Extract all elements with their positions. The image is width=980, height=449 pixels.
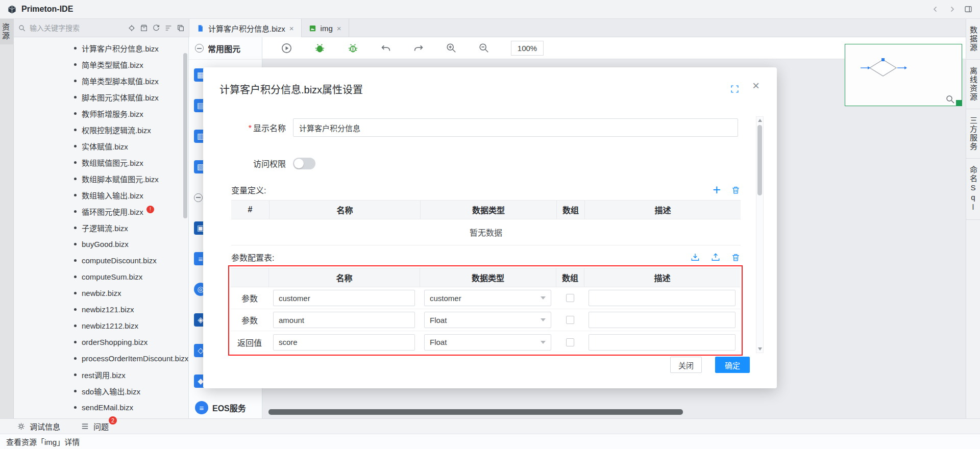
params-section-label: 参数配置表: [231,251,274,263]
delete-param-icon[interactable] [731,253,741,262]
maximize-icon[interactable] [730,85,739,93]
tree-item[interactable]: newbiz1212.bizx [14,317,188,334]
debug-info-tab[interactable]: 调试信息 [17,421,60,432]
dialog-close-icon[interactable]: × [752,80,760,92]
run-icon[interactable] [281,42,292,54]
tree-item[interactable]: sdo输入输出.bizx [14,383,188,399]
titlebar-actions [931,5,973,14]
tab-close-icon[interactable]: × [289,24,294,32]
param-type-select[interactable]: Float [424,334,551,351]
left-rail: 资源 [0,19,14,418]
tree-item[interactable]: 子逻辑流.bizx [14,219,188,236]
rail-tab-named-sql[interactable]: 命名Sql [966,159,980,220]
scroll-up-icon[interactable] [756,117,763,124]
close-button[interactable]: 关闭 [670,357,702,373]
tree-item[interactable]: computeSum.bizx [14,268,188,285]
tree-item[interactable]: 简单类型脚本赋值.bizx [14,72,188,89]
tree-scrollbar[interactable] [183,53,187,405]
tree-item[interactable]: 计算客户积分信息.bizx [14,40,188,56]
export-params-icon[interactable] [710,252,721,262]
locate-icon[interactable] [128,24,136,32]
rail-tab-datasource[interactable]: 数据源 [966,19,980,60]
tree-item[interactable]: processOrderItemDiscount.bizx [14,350,188,366]
param-array-checkbox[interactable] [566,338,574,346]
search-input[interactable] [30,24,122,32]
tree-item[interactable]: rest调用.bizx [14,366,188,383]
zoom-out-icon[interactable] [478,42,489,54]
img-file-icon [309,24,316,32]
titlebar: Primeton-IDE [0,0,980,19]
param-row: 返回值 Float [231,331,740,353]
tree-item[interactable]: 教师新增服务.bizx [14,105,188,121]
param-name-input[interactable] [273,312,415,328]
tree-item[interactable]: 数组赋值图元.bizx [14,154,188,170]
minimap-resize-handle[interactable] [956,100,962,106]
minimap[interactable] [845,44,962,106]
collapse-icon[interactable] [194,193,203,202]
nav-back-icon[interactable] [931,5,940,14]
param-name-input[interactable] [273,334,415,351]
tree-item[interactable]: 循环图元使用.bizx! [14,203,188,219]
problems-tab[interactable]: 问题 2 [81,421,109,432]
scrollbar-thumb[interactable] [757,125,762,195]
tree-item[interactable]: newbiz121.bizx [14,301,188,317]
tab-bizx-editor[interactable]: 计算客户积分信息.bizx × [189,19,302,37]
redo-icon[interactable] [413,42,424,54]
tree-item[interactable]: 实体赋值.bizx [14,138,188,154]
zoom-level[interactable]: 100% [511,41,544,56]
tab-img[interactable]: img × [302,19,349,37]
tree-item[interactable]: buyGood.bizx [14,236,188,252]
scroll-down-icon[interactable] [756,345,763,353]
zoom-in-icon[interactable] [446,42,457,54]
undo-icon[interactable] [380,42,391,54]
problems-count-badge: 2 [109,416,117,425]
param-desc-input[interactable] [589,290,736,306]
rail-tab-offline-resources[interactable]: 离线资源 [966,60,980,109]
tree-item[interactable]: 权限控制逻辑流.bizx [14,121,188,138]
collapse-icon[interactable] [195,44,204,53]
palette-section-common[interactable]: 常用图元 [189,37,262,60]
tool-row: 计算客户积分信息.bizx × img × [14,19,966,37]
copy-panels-icon[interactable] [177,24,185,32]
param-array-checkbox[interactable] [566,316,574,324]
nav-forward-icon[interactable] [947,5,957,14]
add-variable-icon[interactable]: + [713,183,721,197]
tree-item[interactable]: 脚本图元实体赋值.bizx [14,89,188,105]
palette-section-eos[interactable]: ≡ EOS服务 [189,396,262,418]
param-type-select[interactable]: customer [424,290,551,306]
tree-item[interactable]: computeDiscount.bizx [14,252,188,268]
app-title: Primeton-IDE [21,5,73,14]
chevron-down-icon [541,341,546,344]
debug-bug-icon[interactable] [314,42,326,54]
access-toggle[interactable] [293,158,315,169]
tab-close-icon[interactable]: × [337,24,341,32]
refresh-icon[interactable] [152,24,160,32]
param-desc-input[interactable] [589,312,736,328]
params-table-header: 名称 数据类型 数组 描述 [231,268,740,287]
ok-button[interactable]: 确定 [715,357,750,373]
display-name-input[interactable] [293,118,738,137]
import-params-icon[interactable] [690,252,700,262]
rail-tab-thirdparty-services[interactable]: 三方服务 [966,109,980,159]
layout-panel-icon[interactable] [964,5,973,14]
tree-item[interactable]: newbiz.bizx [14,285,188,301]
canvas-horizontal-scrollbar[interactable] [268,409,683,415]
tree-item[interactable]: sendEMail.bizx [14,399,188,415]
tree-item[interactable]: 简单类型赋值.bizx [14,56,188,72]
sort-list-icon[interactable] [164,24,173,32]
param-desc-input[interactable] [589,334,736,351]
bullet-icon [74,194,77,196]
param-array-checkbox[interactable] [566,294,574,302]
tree-item[interactable]: orderShopping.bizx [14,334,188,350]
bug-outline-icon[interactable] [347,42,359,54]
tree-item[interactable]: 数组脚本赋值图元.bizx [14,170,188,187]
param-name-input[interactable] [273,290,415,306]
scrollbar-thumb[interactable] [183,53,187,218]
param-type-select[interactable]: Float [424,312,551,328]
dialog-scrollbar[interactable] [756,116,764,353]
rail-tab-resources[interactable]: 资源 [0,19,13,44]
problems-list-icon [81,422,89,431]
package-icon[interactable] [140,24,148,32]
delete-variable-icon[interactable] [731,185,741,195]
tree-item[interactable]: 数组输入输出.bizx [14,187,188,203]
